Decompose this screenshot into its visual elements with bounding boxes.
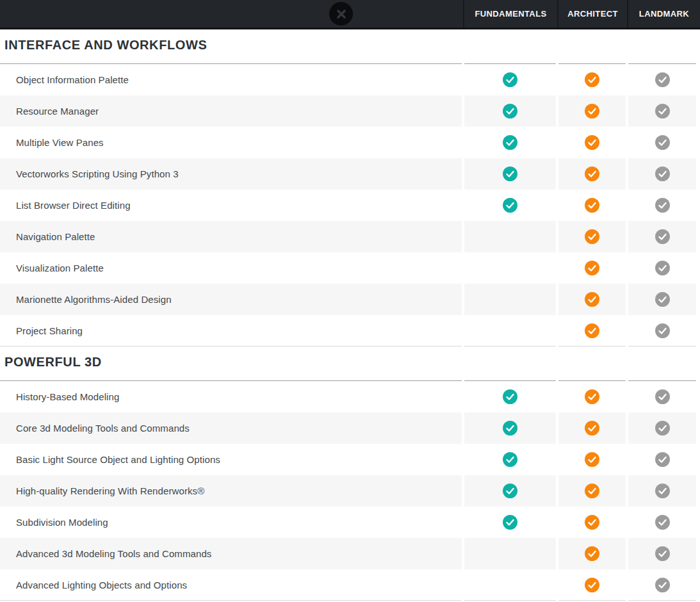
cell-architect [558, 381, 626, 412]
cell-fundamentals [464, 64, 556, 95]
table-row: History-Based Modeling [0, 381, 696, 412]
cell-architect [558, 158, 626, 190]
header-spacer [0, 0, 463, 28]
check-icon-architect [585, 261, 599, 275]
check-icon-fundamentals [503, 484, 517, 498]
check-icon-fundamentals [503, 104, 517, 118]
section-title-cell: POWERFUL 3D [0, 346, 462, 381]
check-icon-architect [585, 484, 599, 498]
check-icon-landmark [655, 452, 670, 467]
cell-fundamentals [464, 95, 556, 127]
cell-landmark [628, 412, 696, 444]
table-row: Resource Manager [0, 95, 696, 127]
comparison-page: FUNDAMENTALS ARCHITECT LANDMARK INTERFAC… [0, 0, 700, 602]
check-icon-architect [585, 292, 599, 307]
feature-name: Object Information Palette [0, 64, 462, 95]
section-rows: Object Information PaletteResource Manag… [0, 64, 700, 346]
cell-architect [558, 64, 626, 95]
section-title: POWERFUL 3D [4, 355, 102, 370]
check-icon-architect [585, 515, 599, 530]
check-icon-fundamentals [503, 421, 517, 435]
cell-fundamentals [464, 381, 556, 412]
feature-name: History-Based Modeling [0, 381, 462, 412]
cell-fundamentals [464, 507, 556, 538]
check-icon-fundamentals [503, 515, 517, 530]
title-underline-segment-landmark [628, 346, 696, 381]
comparison-table: INTERFACE AND WORKFLOWSObject Informatio… [0, 29, 700, 601]
title-underline-segment-fundamentals [464, 29, 556, 64]
cell-landmark [628, 221, 696, 252]
column-header-architect: ARCHITECT [557, 0, 627, 28]
check-icon-architect [585, 323, 599, 338]
feature-name: Visualization Palette [0, 252, 462, 284]
feature-name: Core 3d Modeling Tools and Commands [0, 412, 462, 444]
cell-architect [558, 475, 626, 507]
check-icon-landmark [655, 135, 670, 150]
table-row: Object Information Palette [0, 64, 696, 95]
close-button[interactable] [329, 2, 353, 26]
cell-landmark [628, 95, 696, 127]
cell-landmark [628, 190, 696, 221]
section-title-row: POWERFUL 3D [0, 346, 696, 381]
table-row: Advanced 3d Modeling Tools and Commands [0, 538, 696, 569]
feature-name: Multiple View Panes [0, 127, 462, 158]
cell-landmark [628, 284, 696, 315]
feature-name: Advanced Lighting Objects and Options [0, 569, 462, 601]
check-icon-architect [585, 229, 599, 244]
check-icon-landmark [655, 261, 670, 275]
check-icon-landmark [655, 72, 670, 87]
feature-name: Subdivision Modeling [0, 507, 462, 538]
check-icon-landmark [655, 578, 670, 592]
check-icon-landmark [655, 167, 670, 181]
section-title: INTERFACE AND WORKFLOWS [4, 38, 207, 53]
cell-landmark [628, 538, 696, 569]
section-title-row: INTERFACE AND WORKFLOWS [0, 29, 696, 64]
cell-fundamentals [464, 158, 556, 190]
column-header-landmark: LANDMARK [627, 0, 700, 28]
title-underline-segment-architect [558, 29, 626, 64]
table-row: List Browser Direct Editing [0, 190, 696, 221]
cell-fundamentals [464, 221, 556, 252]
cell-architect [558, 95, 626, 127]
feature-name: Navigation Palette [0, 221, 462, 252]
cell-architect [558, 221, 626, 252]
cell-landmark [628, 252, 696, 284]
check-icon-architect [585, 421, 599, 435]
column-header-fundamentals: FUNDAMENTALS [463, 0, 557, 28]
check-icon-landmark [655, 546, 670, 561]
check-icon-landmark [655, 421, 670, 435]
feature-name: Basic Light Source Object and Lighting O… [0, 444, 462, 475]
cell-architect [558, 412, 626, 444]
table-row: Vectorworks Scripting Using Python 3 [0, 158, 696, 190]
cell-fundamentals [464, 127, 556, 158]
check-icon-fundamentals [503, 389, 517, 404]
cell-landmark [628, 569, 696, 601]
check-icon-architect [585, 389, 599, 404]
table-row: Navigation Palette [0, 221, 696, 252]
cell-landmark [628, 315, 696, 346]
cell-landmark [628, 158, 696, 190]
check-icon-landmark [655, 323, 670, 338]
check-icon-architect [585, 167, 599, 181]
check-icon-landmark [655, 198, 670, 213]
check-icon-landmark [655, 389, 670, 404]
cell-fundamentals [464, 252, 556, 284]
feature-name: Resource Manager [0, 95, 462, 127]
feature-section: INTERFACE AND WORKFLOWSObject Informatio… [0, 29, 700, 346]
title-underline-segment-fundamentals [464, 346, 556, 381]
cell-architect [558, 569, 626, 601]
feature-name: Project Sharing [0, 315, 462, 346]
check-icon-landmark [655, 229, 670, 244]
table-row: Core 3d Modeling Tools and Commands [0, 412, 696, 444]
cell-fundamentals [464, 190, 556, 221]
check-icon-fundamentals [503, 452, 517, 467]
cell-fundamentals [464, 412, 556, 444]
section-rows: History-Based ModelingCore 3d Modeling T… [0, 381, 700, 601]
cell-fundamentals [464, 569, 556, 601]
check-icon-fundamentals [503, 135, 517, 150]
table-row: Multiple View Panes [0, 127, 696, 158]
feature-section: POWERFUL 3DHistory-Based ModelingCore 3d… [0, 346, 700, 601]
check-icon-landmark [655, 104, 670, 118]
title-underline-segment-landmark [628, 29, 696, 64]
check-icon-architect [585, 135, 599, 150]
